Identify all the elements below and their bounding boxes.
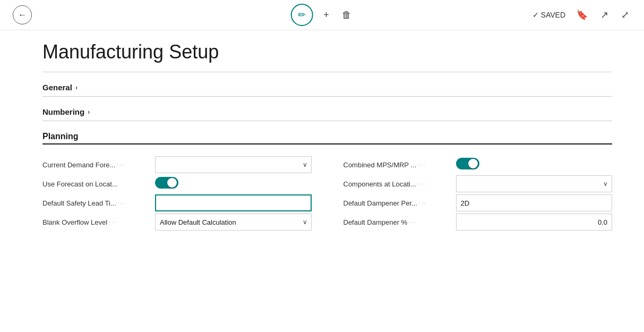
components-at-locati-select[interactable]: Option 1 Option 2: [456, 175, 613, 192]
form-row-components-at-locati: Components at Locati... ··· Option 1 Opt…: [344, 174, 613, 193]
toolbar-left: ←: [13, 5, 32, 24]
planning-title: Planning: [42, 132, 612, 141]
numbering-divider: [42, 121, 612, 121]
toolbar-center: ✏ + 🗑: [290, 4, 354, 26]
control-combined-mps-mrp: [456, 158, 613, 172]
planning-left-column: Current Demand Fore... ··· Option 1 Opti…: [42, 155, 312, 232]
add-icon: +: [323, 10, 329, 21]
default-dampener-per-input[interactable]: [456, 194, 613, 211]
general-label: General: [42, 83, 72, 92]
default-dampener-pct-input[interactable]: [456, 214, 613, 231]
form-row-blank-overflow-level: Blank Overflow Level ··· Allow Default C…: [42, 212, 312, 232]
control-default-dampener-per: [456, 194, 613, 211]
use-forecast-toggle[interactable]: [155, 177, 178, 189]
page-title: Manufacturing Setup: [42, 41, 612, 63]
back-button[interactable]: ←: [13, 5, 32, 24]
form-row-current-demand-fore: Current Demand Fore... ··· Option 1 Opti…: [42, 155, 312, 174]
planning-right-column: Combined MPS/MRP ... ··· Compon: [344, 155, 613, 232]
toggle-thumb: [468, 159, 478, 168]
toggle-track: [155, 177, 178, 189]
toggle-track: [456, 158, 479, 169]
label-components-at-locati: Components at Locati... ···: [344, 180, 450, 188]
form-row-use-forecast-on-locat: Use Forecast on Locat...: [42, 174, 312, 193]
saved-status: ✓ SAVED: [533, 11, 565, 19]
label-blank-overflow-level: Blank Overflow Level ···: [42, 218, 149, 226]
export-icon: ↗: [600, 9, 608, 21]
form-row-combined-mps-mrp: Combined MPS/MRP ... ···: [344, 155, 613, 174]
planning-section: Planning Current Demand Fore... ··· Opti…: [42, 132, 612, 232]
general-section-header[interactable]: General ›: [42, 83, 612, 92]
label-combined-mps-mrp: Combined MPS/MRP ... ···: [344, 161, 450, 169]
bookmark-icon: 🔖: [576, 9, 588, 21]
control-current-demand-fore: Option 1 Option 2 ∨: [155, 156, 312, 173]
control-default-safety-lead: [155, 194, 312, 211]
general-divider: [42, 96, 612, 97]
saved-label-text: SAVED: [541, 11, 565, 19]
saved-check-icon: ✓: [533, 11, 539, 19]
planning-form-grid: Current Demand Fore... ··· Option 1 Opti…: [42, 155, 612, 232]
label-default-dampener-per: Default Dampener Per... ···: [344, 199, 450, 207]
control-components-at-locati: Option 1 Option 2 ∨: [456, 175, 613, 192]
general-chevron-icon: ›: [75, 84, 78, 91]
planning-divider: [42, 143, 612, 144]
control-default-dampener-pct: [456, 214, 613, 231]
numbering-section-header[interactable]: Numbering ›: [42, 107, 612, 116]
delete-icon: 🗑: [342, 10, 351, 21]
form-row-default-dampener-per: Default Dampener Per... ···: [344, 193, 613, 212]
current-demand-fore-select[interactable]: Option 1 Option 2: [155, 156, 312, 173]
toolbar-right: ✓ SAVED 🔖 ↗ ⤢: [533, 7, 631, 23]
numbering-label: Numbering: [42, 107, 84, 116]
numbering-chevron-icon: ›: [88, 108, 90, 116]
control-blank-overflow-level: Allow Default Calculation Option 2 Optio…: [155, 214, 312, 231]
bookmark-button[interactable]: 🔖: [574, 7, 590, 23]
form-row-default-dampener-pct: Default Dampener % ···: [344, 212, 613, 232]
title-divider: [42, 72, 612, 72]
combined-mps-mrp-toggle[interactable]: [456, 158, 479, 169]
add-button[interactable]: +: [321, 7, 331, 23]
form-row-default-safety-lead: Default Safety Lead Ti... ···: [42, 193, 312, 212]
toolbar: ← ✏ + 🗑 ✓ SAVED 🔖 ↗ ⤢: [0, 0, 644, 30]
edit-button[interactable]: ✏: [290, 4, 313, 26]
export-button[interactable]: ↗: [598, 7, 611, 23]
label-current-demand-fore: Current Demand Fore... ···: [42, 161, 149, 169]
default-safety-lead-input[interactable]: [155, 194, 312, 211]
label-use-forecast-on-locat: Use Forecast on Locat...: [42, 180, 149, 188]
page-content: Manufacturing Setup General › Numbering …: [0, 30, 644, 242]
delete-button[interactable]: 🗑: [340, 7, 354, 23]
label-default-dampener-pct: Default Dampener % ···: [344, 218, 450, 226]
control-use-forecast-on-locat: [155, 177, 312, 191]
expand-button[interactable]: ⤢: [619, 7, 631, 23]
expand-icon: ⤢: [621, 9, 629, 21]
edit-icon: ✏: [298, 9, 306, 21]
label-default-safety-lead: Default Safety Lead Ti... ···: [42, 199, 149, 207]
blank-overflow-level-select[interactable]: Allow Default Calculation Option 2 Optio…: [155, 214, 312, 231]
back-icon: ←: [18, 10, 27, 20]
toggle-thumb: [167, 178, 177, 188]
